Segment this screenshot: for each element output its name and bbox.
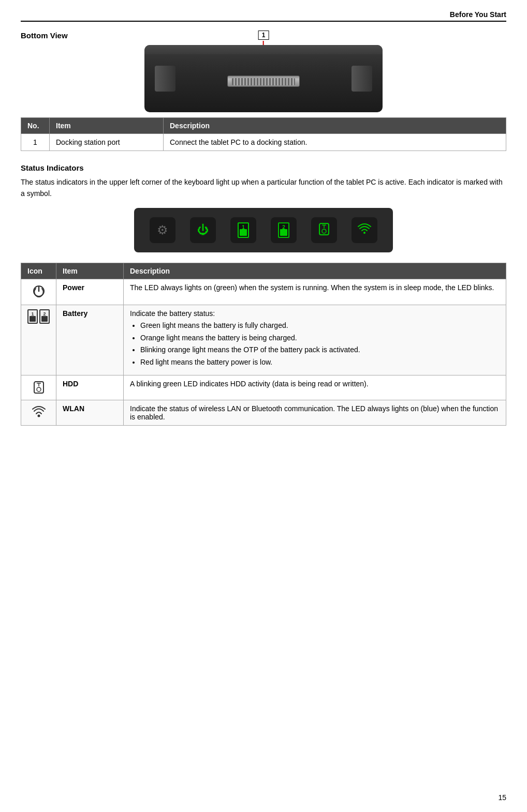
device-image-container: 1 — [21, 45, 506, 112]
row-item: Power — [56, 279, 124, 305]
battery1-fill — [240, 229, 247, 236]
bullet-list: Green light means the battery is fully c… — [130, 320, 500, 369]
header-description: Description — [164, 118, 506, 134]
power-icon: ⏻ — [197, 223, 209, 237]
row-icon — [21, 375, 56, 400]
status-panel: ⚙ ⏻ — [134, 208, 393, 252]
row-icon — [21, 279, 56, 305]
table-row: 1 Docking station port Connect the table… — [21, 134, 506, 151]
row-description-text: A blinking green LED indicates HDD activ… — [130, 380, 369, 388]
hdd-icon — [317, 221, 331, 239]
battery1-indicator — [230, 217, 256, 243]
list-item: Red light means the battery power is low… — [140, 356, 500, 369]
row-description: Indicate the status of wireless LAN or B… — [124, 400, 506, 425]
svg-point-1 — [322, 229, 326, 233]
status-header-desc: Description — [124, 263, 506, 279]
row-item: WLAN — [56, 400, 124, 425]
battery2-icon — [278, 222, 289, 238]
row-item: Battery — [56, 305, 124, 375]
table-header-row: No. Item Description — [21, 118, 506, 134]
gear-icon: ⚙ — [157, 223, 168, 237]
svg-point-7 — [37, 387, 41, 392]
wlan-indicator — [352, 217, 377, 243]
header-title: Before You Start — [450, 10, 506, 19]
wlan-icon — [357, 221, 372, 239]
status-table-row: Power The LED always lights on (green) w… — [21, 279, 506, 305]
status-indicators-section: Status Indicators The status indicators … — [21, 163, 506, 426]
right-clip — [352, 66, 372, 92]
gear-indicator: ⚙ — [150, 217, 175, 243]
row-description: The LED always lights on (green) when th… — [124, 279, 506, 305]
battery2-indicator — [271, 217, 297, 243]
row-icon — [21, 400, 56, 425]
status-header-item: Item — [56, 263, 124, 279]
svg-point-10 — [37, 414, 40, 417]
device-bottom-image — [144, 45, 383, 112]
docking-connector — [227, 76, 300, 87]
page-header: Before You Start — [21, 10, 506, 22]
battery1-icon — [238, 222, 249, 238]
page-number: 15 — [498, 793, 506, 802]
power-indicator: ⏻ — [190, 217, 216, 243]
status-indicators-title: Status Indicators — [21, 163, 506, 172]
status-table-row: 1 2 Battery Indicate the battery status:… — [21, 305, 506, 375]
header-item: Item — [50, 118, 164, 134]
row-no: 1 — [21, 134, 50, 151]
row-description-text: The LED always lights on (green) when th… — [130, 283, 494, 292]
list-item: Green light means the battery is fully c… — [140, 320, 500, 332]
hdd-indicator — [311, 217, 337, 243]
status-header-icon: Icon — [21, 263, 56, 279]
list-item: Blinking orange light means the OTP of t… — [140, 344, 500, 356]
row-description: A blinking green LED indicates HDD activ… — [124, 375, 506, 400]
header-no: No. — [21, 118, 50, 134]
row-description-text: Indicate the status of wireless LAN or B… — [130, 404, 498, 421]
battery2-fill — [280, 229, 287, 236]
row-icon: 1 2 — [21, 305, 56, 375]
list-item: Orange light means the battery is being … — [140, 332, 500, 344]
status-panel-container: ⚙ ⏻ — [21, 208, 506, 252]
status-table-header-row: Icon Item Description — [21, 263, 506, 279]
svg-point-4 — [363, 232, 365, 234]
row-description: Indicate the battery status:Green light … — [124, 305, 506, 375]
row-item: HDD — [56, 375, 124, 400]
bottom-view-table: No. Item Description 1 Docking station p… — [21, 117, 506, 151]
annotation-number: 1 — [258, 31, 269, 40]
bottom-view-section: Bottom View 1 No. Item Description — [21, 31, 506, 151]
status-table-row: HDD A blinking green LED indicates HDD a… — [21, 375, 506, 400]
row-item: Docking station port — [50, 134, 164, 151]
status-description: The status indicators in the upper left … — [21, 176, 506, 200]
status-table-row: WLAN Indicate the status of wireless LAN… — [21, 400, 506, 425]
row-description-text: Indicate the battery status: — [130, 309, 215, 318]
status-table: Icon Item Description Power The LED alwa… — [21, 263, 506, 426]
left-clip — [155, 66, 175, 92]
row-description: Connect the tablet PC to a docking stati… — [164, 134, 506, 151]
